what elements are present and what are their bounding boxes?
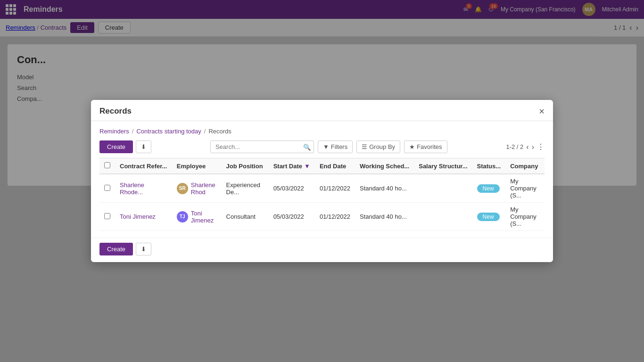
row-checkbox-cell: [99, 174, 115, 203]
modal-title: Records: [99, 107, 132, 116]
footer-download-button[interactable]: ⬇: [136, 243, 151, 255]
table-row[interactable]: Toni Jimenez TJ Toni Jimenez Consultant …: [99, 203, 545, 231]
toolbar-center: 🔍 ▼ Filters ☰ Group By ★ Favorites: [210, 140, 447, 153]
next-records-button[interactable]: ›: [532, 143, 534, 151]
group-by-icon: ☰: [362, 143, 367, 150]
company-cell: My Company (S...: [505, 203, 545, 231]
col-working-schedule: Working Sched...: [355, 158, 414, 174]
modal-breadcrumb: Reminders / Contracts starting today / R…: [99, 128, 545, 135]
search-input[interactable]: [210, 140, 314, 153]
start-date-cell: 05/03/2022: [269, 203, 315, 231]
start-date-cell: 05/03/2022: [269, 174, 315, 203]
status-badge: New: [477, 213, 500, 221]
page-count: 1-2 / 2: [506, 143, 523, 150]
contract-ref-cell: Toni Jimenez: [115, 203, 172, 231]
table-header-row: Contract Refer... Employee Job Position …: [99, 158, 545, 174]
footer-create-button[interactable]: Create: [99, 243, 133, 255]
search-box: 🔍: [210, 140, 314, 153]
contract-ref-link[interactable]: Toni Jimenez: [120, 213, 156, 220]
toolbar-left: Create ⬇: [99, 140, 151, 153]
records-table: Contract Refer... Employee Job Position …: [99, 158, 545, 231]
group-by-button[interactable]: ☰ Group By: [356, 140, 400, 153]
breadcrumb-contracts-link[interactable]: Contracts starting today: [136, 128, 201, 135]
search-icon[interactable]: 🔍: [303, 143, 311, 150]
select-all-checkbox[interactable]: [104, 162, 110, 168]
col-end-date: End Date: [315, 158, 355, 174]
favorites-label: Favorites: [417, 143, 442, 150]
job-position-cell: Experienced De...: [222, 174, 269, 203]
end-date-cell: 01/12/2022: [315, 174, 355, 203]
company-cell: My Company (S...: [505, 174, 545, 203]
modal-body: Reminders / Contracts starting today / R…: [91, 121, 553, 238]
employee-cell: TJ Toni Jimenez: [172, 203, 222, 231]
toolbar-right: 1-2 / 2 ‹ › ⋮: [506, 142, 545, 151]
status-cell: New: [472, 174, 506, 203]
col-salary-structure: Salary Structur...: [414, 158, 472, 174]
table-row[interactable]: Sharlene Rhode... SR Sharlene Rhod Exper…: [99, 174, 545, 203]
modal-toolbar: Create ⬇ 🔍 ▼ Filters ☰ Group By: [99, 140, 545, 153]
contract-ref-cell: Sharlene Rhode...: [115, 174, 172, 203]
col-company: Company: [505, 158, 545, 174]
filters-button[interactable]: ▼ Filters: [318, 140, 353, 153]
breadcrumb-reminders-link[interactable]: Reminders: [99, 128, 129, 135]
modal-footer: Create ⬇: [91, 238, 553, 262]
column-options-button[interactable]: ⋮: [537, 142, 545, 151]
modal-create-button[interactable]: Create: [99, 140, 133, 153]
col-start-date[interactable]: Start Date ▼: [269, 158, 315, 174]
row-checkbox-0[interactable]: [104, 185, 110, 191]
working-schedule-cell: Standard 40 ho...: [355, 174, 414, 203]
status-cell: New: [472, 203, 506, 231]
employee-avatar: SR: [177, 183, 188, 194]
col-checkbox-header: [99, 158, 115, 174]
prev-records-button[interactable]: ‹: [526, 143, 528, 151]
filters-label: Filters: [331, 143, 347, 150]
col-job-position: Job Position: [222, 158, 269, 174]
col-contract-ref: Contract Refer...: [115, 158, 172, 174]
employee-link[interactable]: Sharlene Rhod: [191, 181, 217, 196]
modal-header: Records ×: [91, 100, 553, 121]
group-by-label: Group By: [369, 143, 395, 150]
employee-cell: SR Sharlene Rhod: [172, 174, 222, 203]
status-badge: New: [477, 184, 500, 193]
breadcrumb-records: Records: [208, 128, 231, 135]
modal-close-button[interactable]: ×: [539, 107, 545, 116]
sort-icon: ▼: [304, 163, 310, 170]
working-schedule-cell: Standard 40 ho...: [355, 203, 414, 231]
col-status: Status...: [472, 158, 506, 174]
salary-structure-cell: [414, 203, 472, 231]
job-position-cell: Consultant: [222, 203, 269, 231]
favorites-button[interactable]: ★ Favorites: [404, 140, 447, 153]
col-employee: Employee: [172, 158, 222, 174]
star-icon: ★: [409, 143, 415, 150]
modal-overlay: Records × Reminders / Contracts starting…: [0, 0, 644, 362]
contract-ref-link[interactable]: Sharlene Rhode...: [120, 181, 144, 196]
filter-icon: ▼: [323, 143, 329, 150]
modal: Records × Reminders / Contracts starting…: [91, 100, 553, 262]
download-button[interactable]: ⬇: [136, 140, 151, 153]
salary-structure-cell: [414, 174, 472, 203]
row-checkbox-cell: [99, 203, 115, 231]
row-checkbox-1[interactable]: [104, 213, 110, 219]
employee-link[interactable]: Toni Jimenez: [191, 210, 217, 224]
employee-avatar: TJ: [177, 211, 188, 222]
end-date-cell: 01/12/2022: [315, 203, 355, 231]
